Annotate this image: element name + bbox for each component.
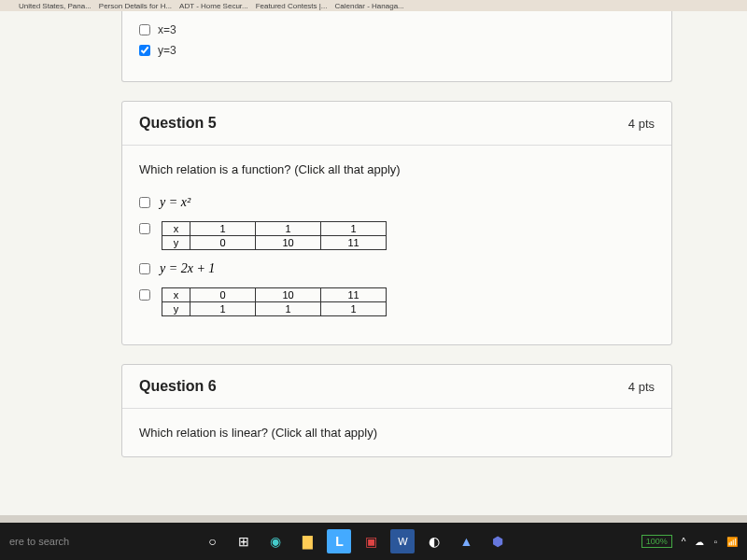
equation-label: y = 2x + 1 — [160, 261, 215, 276]
cortana-icon[interactable]: ○ — [200, 529, 224, 553]
bookmark-tab[interactable]: ADT - Home Secur... — [179, 2, 248, 10]
task-view-icon[interactable]: ⊞ — [232, 529, 256, 553]
question-points: 4 pts — [628, 380, 655, 394]
relation-table-d: x 0 10 11 y 1 1 1 — [162, 287, 387, 316]
bookmark-tab[interactable]: Featured Contests |... — [256, 2, 328, 10]
question-5-card: Question 5 4 pts Which relation is a fun… — [121, 101, 672, 345]
checkbox-option-a[interactable] — [139, 197, 150, 208]
table-cell: 0 — [190, 288, 256, 302]
file-explorer-icon[interactable]: ▇ — [295, 529, 319, 553]
table-header-x: x — [162, 222, 190, 236]
windows-taskbar: ere to search ○ ⊞ ◉ ▇ L ▣ W ◐ ▲ ⬢ 100% ^… — [0, 523, 747, 560]
answer-option-b[interactable]: x 1 1 1 y 0 10 11 — [139, 221, 655, 250]
table-cell: 11 — [321, 288, 387, 302]
question-points: 4 pts — [628, 117, 655, 131]
tray-chevron-icon[interactable]: ^ — [682, 537, 686, 547]
table-header-y: y — [162, 236, 190, 250]
question-title: Question 6 — [139, 378, 217, 395]
option-label: y=3 — [158, 44, 176, 57]
quiz-content-area: x=3 y=3 Question 5 4 pts Which relation … — [0, 11, 747, 515]
question-prompt: Which relation is a function? (Click all… — [139, 162, 655, 176]
battery-indicator[interactable]: 100% — [641, 535, 672, 548]
table-cell: 1 — [256, 302, 321, 316]
bookmark-tab[interactable]: Person Details for H... — [99, 2, 172, 10]
table-cell: 10 — [256, 288, 321, 302]
checkbox-option-b[interactable] — [139, 223, 150, 234]
question-4-card: x=3 y=3 — [121, 11, 672, 82]
table-cell: 10 — [256, 236, 321, 250]
option-label: x=3 — [158, 23, 176, 36]
question-header: Question 5 4 pts — [122, 102, 671, 146]
chrome-icon[interactable]: ◐ — [422, 529, 446, 553]
browser-bookmarks-bar: United States, Pana... Person Details fo… — [0, 0, 747, 11]
bookmark-tab[interactable]: United States, Pana... — [19, 2, 92, 10]
table-cell: 1 — [321, 222, 387, 236]
answer-option-c[interactable]: y = 2x + 1 — [139, 261, 655, 276]
answer-option[interactable]: y=3 — [139, 44, 655, 57]
cloud-icon[interactable]: ☁ — [695, 537, 704, 547]
checkbox-option-d[interactable] — [139, 289, 150, 301]
equation-label: y = x² — [160, 195, 190, 210]
app-icon-l[interactable]: L — [327, 529, 351, 553]
answer-option[interactable]: x=3 — [139, 23, 655, 36]
taskbar-apps: ○ ⊞ ◉ ▇ L ▣ W ◐ ▲ ⬢ — [69, 529, 641, 553]
table-cell: 1 — [256, 222, 321, 236]
question-body: Which relation is linear? (Click all tha… — [122, 409, 671, 456]
table-header-y: y — [162, 302, 190, 316]
word-icon[interactable]: W — [390, 529, 415, 553]
tray-icon[interactable]: ▫ — [713, 537, 717, 547]
table-cell: 1 — [321, 302, 387, 316]
table-header-x: x — [162, 288, 190, 302]
question-prompt: Which relation is linear? (Click all tha… — [139, 426, 655, 440]
table-cell: 1 — [190, 222, 256, 236]
answer-option-a[interactable]: y = x² — [139, 195, 655, 210]
teams-icon[interactable]: ⬢ — [486, 529, 510, 553]
app-icon[interactable]: ▲ — [454, 529, 478, 553]
bookmark-tab[interactable]: Calendar - Hanaga... — [335, 2, 404, 10]
wifi-icon[interactable]: 📶 — [726, 537, 738, 547]
question-6-card: Question 6 4 pts Which relation is linea… — [121, 364, 672, 457]
checkbox-x-3[interactable] — [139, 24, 150, 35]
table-cell: 1 — [190, 302, 256, 316]
edge-icon[interactable]: ◉ — [263, 529, 288, 553]
question-body: Which relation is a function? (Click all… — [122, 146, 671, 344]
answer-option-d[interactable]: x 0 10 11 y 1 1 1 — [139, 287, 655, 316]
question-header: Question 6 4 pts — [122, 365, 671, 409]
table-cell: 11 — [321, 236, 387, 250]
checkbox-y-3[interactable] — [139, 45, 150, 56]
office-icon[interactable]: ▣ — [359, 529, 383, 553]
checkbox-option-c[interactable] — [139, 263, 150, 274]
system-tray: 100% ^ ☁ ▫ 📶 — [641, 535, 738, 548]
question-title: Question 5 — [139, 115, 217, 132]
relation-table-b: x 1 1 1 y 0 10 11 — [162, 221, 387, 250]
search-box-partial[interactable]: ere to search — [9, 536, 69, 547]
table-cell: 0 — [190, 236, 256, 250]
